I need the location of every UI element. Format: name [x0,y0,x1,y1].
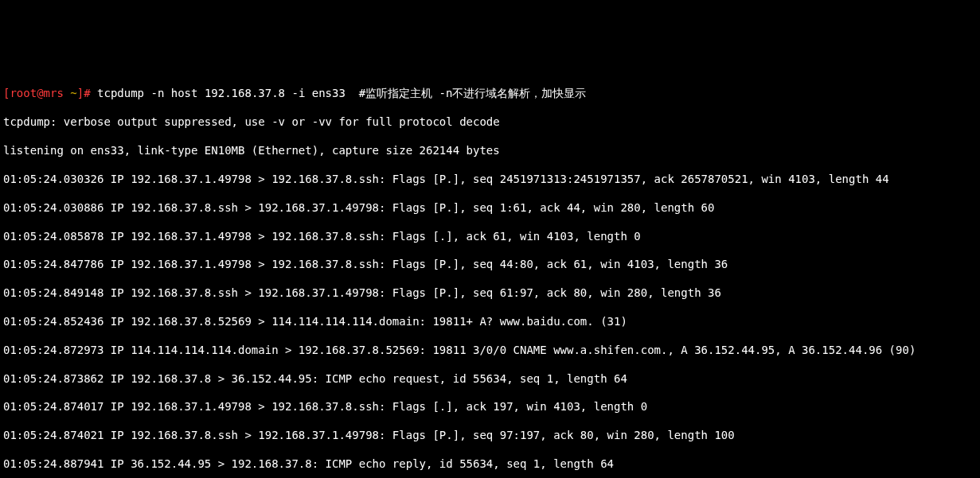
terminal-output[interactable]: [root@mrs ~]# tcpdump -n host 192.168.37… [0,72,980,478]
output-line: 01:05:24.849148 IP 192.168.37.8.ssh > 19… [3,286,977,301]
output-line: 01:05:24.085878 IP 192.168.37.1.49798 > … [3,230,977,244]
output-line: 01:05:24.873862 IP 192.168.37.8 > 36.152… [3,372,977,387]
prompt-line: [root@mrs ~]# tcpdump -n host 192.168.37… [3,87,977,101]
output-line: listening on ens33, link-type EN10MB (Et… [3,144,977,158]
prompt-bracket-close: ]# [77,87,97,99]
output-line: 01:05:24.852436 IP 192.168.37.8.52569 > … [3,315,977,329]
output-line: 01:05:24.847786 IP 192.168.37.1.49798 > … [3,258,977,272]
output-line: 01:05:24.030886 IP 192.168.37.8.ssh > 19… [3,201,977,216]
prompt-user-host: root@mrs [10,87,70,99]
output-line: 01:05:24.874017 IP 192.168.37.1.49798 > … [3,400,977,414]
output-line: 01:05:24.030326 IP 192.168.37.1.49798 > … [3,173,977,187]
prompt-path: ~ [70,87,76,99]
output-line: 01:05:24.887941 IP 36.152.44.95 > 192.16… [3,457,977,472]
command-text: tcpdump -n host 192.168.37.8 -i ens33 #监… [97,87,586,99]
output-line: tcpdump: verbose output suppressed, use … [3,115,977,130]
output-line: 01:05:24.874021 IP 192.168.37.8.ssh > 19… [3,429,977,443]
output-line: 01:05:24.872973 IP 114.114.114.114.domai… [3,344,977,358]
